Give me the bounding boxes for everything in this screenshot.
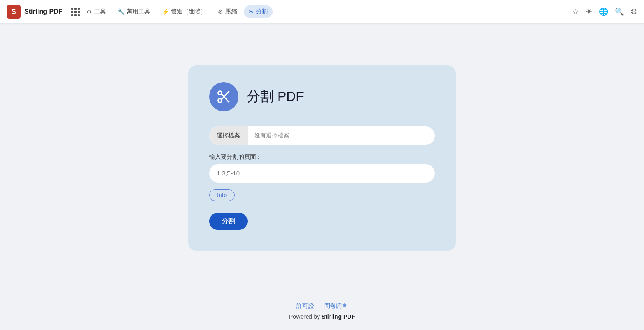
nav-item-tools[interactable]: ⚙ 工具 [82, 5, 111, 18]
nav-item-compress[interactable]: ⚙ 壓縮 [213, 5, 242, 18]
compress-icon: ⚙ [218, 8, 223, 15]
footer-links: 許可證 問卷調查 [7, 302, 637, 310]
nav-item-split[interactable]: ✂ 分割 [244, 5, 273, 18]
nav-item-multi-tools[interactable]: 🔧 萬用工具 [112, 5, 155, 18]
search-icon[interactable]: 🔍 [615, 7, 624, 16]
file-input-row: 選擇檔案 沒有選擇檔案 [209, 126, 435, 145]
settings-icon[interactable]: ⚙ [631, 7, 637, 16]
split-button[interactable]: 分割 [209, 213, 248, 230]
tools-icon: ⚙ [87, 8, 92, 15]
apps-menu-icon[interactable] [71, 8, 80, 16]
footer-powered: Powered by Stirling PDF [7, 313, 637, 320]
card-title: 分割 PDF [247, 88, 304, 106]
split-nav-icon: ✂ [249, 8, 254, 15]
survey-link[interactable]: 問卷調查 [324, 302, 348, 310]
card-header: 分割 PDF [209, 82, 435, 111]
license-link[interactable]: 許可證 [296, 302, 314, 310]
language-icon[interactable]: 🌐 [599, 7, 608, 16]
main-content: 分割 PDF 選擇檔案 沒有選擇檔案 輸入要分割的頁面： Info 分割 [0, 23, 644, 292]
scissors-icon-circle [209, 82, 238, 111]
navbar: S Stirling PDF ⚙ 工具 🔧 萬用工具 ⚡ 管道（進階） ⚙ 壓縮… [0, 0, 644, 23]
page-input-label: 輸入要分割的頁面： [209, 153, 435, 161]
brand-name: Stirling PDF [24, 8, 63, 15]
page-range-input[interactable] [209, 164, 435, 183]
pipeline-icon: ⚡ [162, 8, 169, 15]
brand-logo-link[interactable]: S Stirling PDF [7, 5, 63, 19]
split-pdf-card: 分割 PDF 選擇檔案 沒有選擇檔案 輸入要分割的頁面： Info 分割 [188, 65, 456, 251]
theme-icon[interactable]: ☀ [585, 7, 592, 16]
favorite-icon[interactable]: ☆ [572, 7, 579, 16]
scissors-icon [216, 89, 231, 104]
footer: 許可證 問卷調查 Powered by Stirling PDF [0, 292, 644, 330]
nav-right: ☆ ☀ 🌐 🔍 ⚙ [572, 7, 637, 16]
nav-items: ⚙ 工具 🔧 萬用工具 ⚡ 管道（進階） ⚙ 壓縮 ✂ 分割 [82, 5, 572, 18]
choose-file-button[interactable]: 選擇檔案 [209, 126, 248, 145]
nav-item-pipeline[interactable]: ⚡ 管道（進階） [157, 5, 211, 18]
brand-logo-icon: S [7, 5, 21, 19]
info-button[interactable]: Info [209, 189, 235, 201]
multi-tools-icon: 🔧 [118, 8, 125, 15]
file-name-display: 沒有選擇檔案 [248, 132, 435, 139]
